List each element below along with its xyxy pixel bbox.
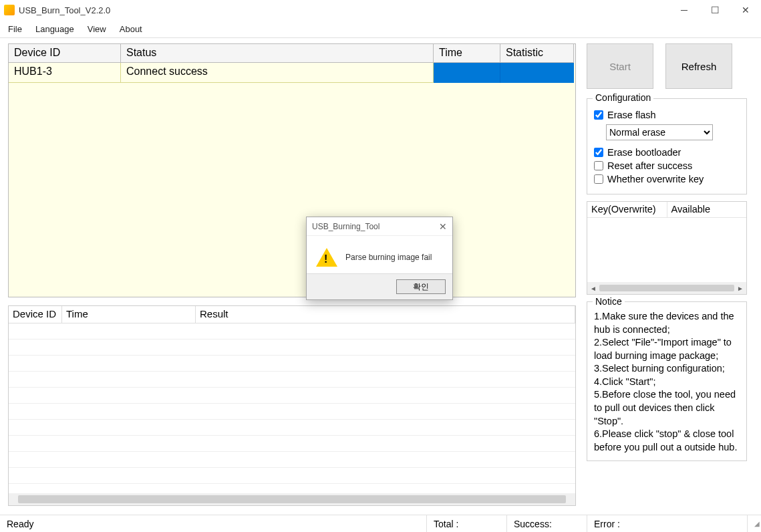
status-error: Error : bbox=[587, 515, 748, 532]
cell-time bbox=[434, 63, 500, 83]
notice-line: 2.Select "File"-"Import image" to load b… bbox=[594, 336, 740, 362]
col2-result[interactable]: Result bbox=[196, 306, 575, 323]
refresh-button[interactable]: Refresh bbox=[665, 43, 732, 89]
erase-mode-select[interactable]: Normal erase bbox=[606, 124, 713, 140]
col-status[interactable]: Status bbox=[121, 44, 434, 63]
menu-language[interactable]: Language bbox=[30, 23, 80, 35]
col2-time[interactable]: Time bbox=[62, 306, 196, 323]
dialog-ok-button[interactable]: 확인 bbox=[396, 279, 446, 294]
notice-line: 6.Please click "stop" & close tool befor… bbox=[594, 428, 740, 454]
app-icon bbox=[4, 5, 15, 15]
cell-statistic bbox=[500, 63, 574, 83]
erase-flash-checkbox[interactable]: Erase flash bbox=[594, 110, 740, 120]
start-button[interactable]: Start bbox=[587, 43, 653, 89]
result-grid: Device ID Time Result bbox=[8, 305, 576, 506]
window-title: USB_Burn_Tool_V2.2.0 bbox=[19, 5, 110, 15]
status-total: Total : bbox=[427, 515, 507, 532]
status-ready: Ready bbox=[0, 515, 427, 532]
notice-text: 1.Make sure the devices and the hub is c… bbox=[594, 310, 740, 454]
notice-line: 3.Select burning configuration; bbox=[594, 362, 740, 376]
menu-file[interactable]: File bbox=[3, 23, 27, 35]
dialog-message: Parse burning image fail bbox=[345, 253, 432, 262]
notice-line: 4.Click "Start"; bbox=[594, 376, 740, 389]
menubar: File Language View About bbox=[0, 20, 761, 37]
status-success: Success: bbox=[507, 515, 587, 532]
key-grid-scrollbar[interactable]: ◄ ► bbox=[587, 282, 746, 294]
titlebar: USB_Burn_Tool_V2.2.0 ─ ☐ ✕ bbox=[0, 0, 761, 20]
col-time[interactable]: Time bbox=[434, 44, 500, 63]
notice-group: Notice 1.Make sure the devices and the h… bbox=[587, 301, 747, 461]
error-dialog: USB_Burning_Tool ✕ Parse burning image f… bbox=[306, 217, 453, 300]
device-row[interactable]: HUB1-3 Connect success bbox=[9, 63, 575, 83]
maximize-icon[interactable]: ☐ bbox=[700, 0, 730, 20]
menu-about[interactable]: About bbox=[114, 23, 148, 35]
result-rows-empty bbox=[9, 323, 575, 493]
erase-bootloader-checkbox[interactable]: Erase bootloader bbox=[594, 147, 740, 158]
configuration-title: Configuration bbox=[593, 92, 653, 103]
menu-view[interactable]: View bbox=[82, 23, 112, 35]
cell-status: Connect success bbox=[121, 63, 434, 83]
minimize-icon[interactable]: ─ bbox=[669, 0, 700, 20]
key-col-available[interactable]: Available bbox=[667, 202, 747, 217]
col-device-id[interactable]: Device ID bbox=[9, 44, 121, 63]
col2-device-id[interactable]: Device ID bbox=[9, 306, 62, 323]
cell-device-id: HUB1-3 bbox=[9, 63, 121, 83]
key-grid: Key(Overwrite) Available ◄ ► bbox=[587, 201, 747, 295]
device-grid-header: Device ID Status Time Statistic bbox=[9, 44, 575, 63]
key-col-overwrite[interactable]: Key(Overwrite) bbox=[587, 202, 667, 217]
col-statistic[interactable]: Statistic bbox=[500, 44, 574, 63]
dialog-close-icon[interactable]: ✕ bbox=[439, 221, 447, 232]
result-grid-scrollbar[interactable] bbox=[9, 493, 575, 505]
notice-line: 5.Before close the tool, you need to pul… bbox=[594, 388, 740, 428]
scroll-right-icon[interactable]: ► bbox=[736, 285, 745, 292]
statusbar: Ready Total : Success: Error : ◢ bbox=[0, 515, 761, 532]
close-icon[interactable]: ✕ bbox=[730, 0, 761, 20]
dialog-title: USB_Burning_Tool bbox=[312, 222, 379, 231]
notice-line: 1.Make sure the devices and the hub is c… bbox=[594, 310, 740, 336]
configuration-group: Configuration Erase flash Normal erase E… bbox=[587, 98, 747, 194]
warning-icon bbox=[316, 248, 337, 267]
reset-after-checkbox[interactable]: Reset after success bbox=[594, 160, 740, 171]
notice-title: Notice bbox=[593, 295, 625, 308]
resize-grip-icon[interactable]: ◢ bbox=[748, 520, 761, 527]
device-grid: Device ID Status Time Statistic HUB1-3 C… bbox=[8, 43, 576, 297]
overwrite-key-checkbox[interactable]: Whether overwrite key bbox=[594, 174, 740, 184]
scroll-left-icon[interactable]: ◄ bbox=[589, 285, 598, 292]
